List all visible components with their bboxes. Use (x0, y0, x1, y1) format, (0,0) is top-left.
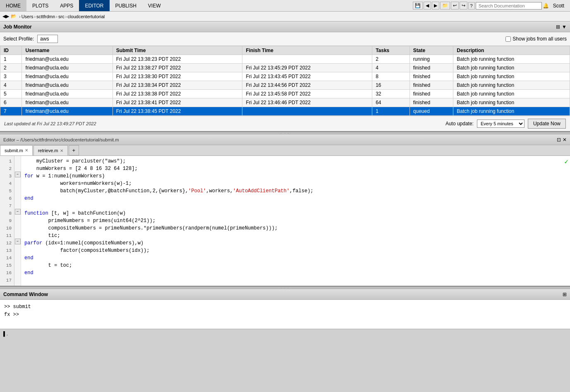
toolbar-redo[interactable]: ↪ (460, 2, 467, 10)
menu-home[interactable]: HOME (0, 0, 26, 11)
cmd-title: Command Window (3, 292, 48, 297)
tabs-bar: submit.m ✕ retrieve.m ✕ + (0, 145, 570, 156)
status-text: ▌. (3, 331, 8, 336)
line-number: 7 (2, 202, 12, 210)
tab-submit-label: submit.m (5, 148, 23, 153)
table-header-row: ID Username Submit Time Finish Time Task… (0, 46, 570, 55)
bell-icon[interactable]: 🔔 (543, 3, 549, 9)
menu-plots[interactable]: PLOTS (26, 0, 54, 11)
editor-popout-icon[interactable]: ⊡ (557, 137, 561, 143)
breadcrumb-part-user[interactable]: scttfrdmn (36, 14, 55, 19)
table-row[interactable]: 6friedman@ucla.eduFri Jul 22 13:38:41 PD… (0, 98, 570, 107)
show-jobs-checkbox[interactable] (505, 36, 511, 42)
line-number: 13 (2, 247, 12, 254)
line-number: 4 (2, 180, 12, 187)
panel-expand-icon[interactable]: ⊞ (556, 24, 560, 30)
code-line (24, 202, 559, 210)
panel-controls: ⊞ ▼ (556, 24, 567, 30)
line-number: 11 (2, 232, 12, 239)
search-input[interactable] (476, 2, 542, 10)
code-line: t = toc; (24, 262, 559, 269)
line-number: 10 (2, 225, 12, 232)
breadcrumb-part-project[interactable]: cloudcentertutorial (67, 14, 105, 19)
editor-close-icon[interactable]: ✕ (563, 137, 567, 143)
update-now-button[interactable]: Update Now (528, 119, 566, 129)
code-content[interactable]: myCluster = parcluster("aws"); numWorker… (21, 156, 563, 286)
code-line: batch(myCluster,@batchFunction,2,{worker… (24, 187, 559, 195)
command-window: Command Window ⊞ >> submitfx >> (0, 289, 570, 329)
table-row[interactable]: 5friedman@ucla.eduFri Jul 22 13:38:38 PD… (0, 90, 570, 98)
menu-apps[interactable]: APPS (54, 0, 79, 11)
tab-retrieve-close[interactable]: ✕ (60, 148, 63, 153)
code-line: factor(compositeNumbers(idx)); (24, 247, 559, 254)
cmd-expand-icon[interactable]: ⊞ (563, 292, 567, 297)
breadcrumb-folder-icon: 📂 (11, 14, 17, 19)
toolbar-back[interactable]: ◀ (424, 2, 431, 10)
toolbar-folder[interactable]: 📁 (440, 2, 450, 10)
sep-dots-2: · · · (280, 286, 289, 290)
toolbar-undo[interactable]: ↩ (451, 2, 459, 10)
toolbar-save[interactable]: 💾 (413, 2, 423, 10)
code-area: 1234567891011121314151617 −−− myCluster … (0, 156, 570, 286)
fold-button[interactable]: − (15, 172, 21, 177)
line-number: 1 (2, 158, 12, 165)
code-line: workers=numWorkers(w)-1; (24, 180, 559, 187)
line-number: 9 (2, 217, 12, 225)
tab-add-button[interactable]: + (69, 145, 79, 155)
table-row[interactable]: 7friedman@ucla.eduFri Jul 22 13:38:45 PD… (0, 107, 570, 116)
job-table: ID Username Submit Time Finish Time Task… (0, 46, 570, 116)
tab-submit-close[interactable]: ✕ (25, 148, 28, 153)
fold-button[interactable]: − (15, 209, 21, 215)
code-line: compositeNumbers = primeNumbers.*primeNu… (24, 225, 559, 232)
profile-dropdown[interactable]: aws (37, 35, 58, 43)
table-row[interactable]: 1friedman@ucla.eduFri Jul 22 13:38:23 PD… (0, 55, 570, 64)
show-jobs-text: Show jobs from all users (513, 36, 567, 42)
toolbar-forward[interactable]: ▶ (432, 2, 439, 10)
code-line: parfor (idx=1:numel(compositeNumbers),w) (24, 239, 559, 247)
line-number: 3 (2, 172, 12, 180)
col-tasks: Tasks (372, 46, 410, 55)
code-line: for w = 1:numel(numWorkers) (24, 172, 559, 180)
col-description: Description (453, 46, 570, 55)
auto-update-select[interactable]: Every minuteEvery 5 minutesEvery 10 minu… (477, 120, 524, 128)
col-state: State (410, 46, 453, 55)
tab-retrieve-label: retrieve.m (38, 148, 58, 153)
profile-row: Select Profile: aws Show jobs from all u… (0, 32, 570, 46)
cmd-body[interactable]: >> submitfx >> (0, 300, 570, 329)
line-number: 16 (2, 269, 12, 277)
breadcrumb-nav-back[interactable]: ◀ (2, 14, 6, 19)
sep-dots: · · · (280, 131, 289, 135)
menu-bar: HOME PLOTS APPS EDITOR PUBLISH VIEW 💾 ◀ … (0, 0, 570, 12)
status-footer: ▌. (0, 329, 570, 338)
fold-button[interactable]: − (15, 239, 21, 244)
auto-update-label: Auto update: (445, 121, 474, 127)
col-id: ID (0, 46, 22, 55)
editor-header-buttons: ⊡ ✕ (557, 137, 567, 143)
profile-label: Select Profile: (3, 36, 34, 42)
col-username: Username (22, 46, 113, 55)
table-row[interactable]: 4friedman@ucla.eduFri Jul 22 13:38:34 PD… (0, 81, 570, 90)
code-line (24, 277, 559, 284)
line-number: 2 (2, 165, 12, 172)
code-line: end (24, 254, 559, 262)
breadcrumb-nav-forward[interactable]: ▶ (6, 14, 9, 19)
auto-update-area: Auto update: Every minuteEvery 5 minutes… (445, 119, 566, 129)
menu-publish[interactable]: PUBLISH (110, 0, 142, 11)
breadcrumb-part-users[interactable]: Users (22, 14, 34, 19)
menu-view[interactable]: VIEW (142, 0, 167, 11)
code-line: tic; (24, 232, 559, 239)
code-line: myCluster = parcluster("aws"); (24, 158, 559, 165)
status-bar: Last updated at Fri Jul 22 13:49:27 PDT … (0, 116, 570, 131)
breadcrumb: ◀ ▶ 📂 › Users › scttfrdmn › src › cloudc… (0, 12, 570, 22)
table-row[interactable]: 2friedman@ucla.eduFri Jul 22 13:38:27 PD… (0, 64, 570, 72)
tab-submit-m[interactable]: submit.m ✕ (0, 145, 33, 155)
col-submit: Submit Time (113, 46, 242, 55)
table-row[interactable]: 3friedman@ucla.eduFri Jul 22 13:38:30 PD… (0, 72, 570, 81)
toolbar-help[interactable]: ? (468, 2, 475, 10)
menu-editor[interactable]: EDITOR (79, 0, 109, 11)
job-monitor-header: Job Monitor ⊞ ▼ (0, 22, 570, 32)
panel-collapse-icon[interactable]: ▼ (562, 24, 567, 30)
job-monitor-title: Job Monitor (3, 24, 32, 30)
breadcrumb-part-src[interactable]: src (58, 14, 65, 19)
tab-retrieve-m[interactable]: retrieve.m ✕ (34, 145, 68, 155)
